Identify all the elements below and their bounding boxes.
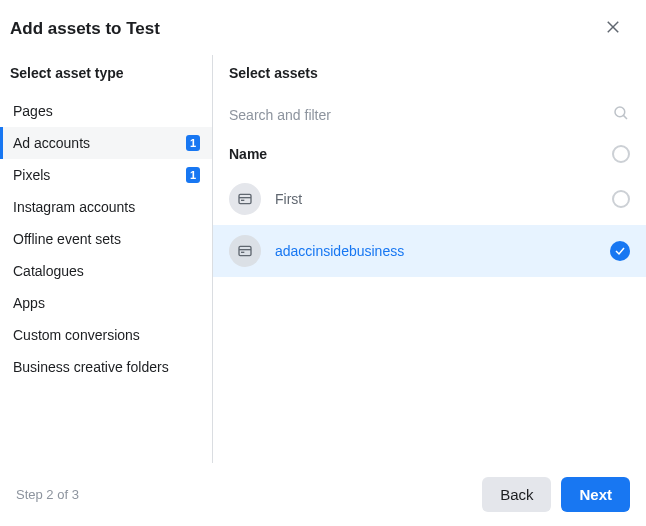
select-asset-type-title: Select asset type	[0, 55, 212, 95]
select-assets-title: Select assets	[213, 55, 646, 95]
select-all-radio[interactable]	[612, 145, 630, 163]
asset-type-item[interactable]: Apps	[0, 287, 212, 319]
asset-type-item[interactable]: Ad accounts1	[0, 127, 212, 159]
svg-rect-4	[239, 194, 251, 203]
search-icon	[612, 104, 630, 126]
asset-label: First	[275, 191, 612, 207]
asset-type-item[interactable]: Custom conversions	[0, 319, 212, 351]
step-indicator: Step 2 of 3	[16, 487, 79, 502]
asset-type-item[interactable]: Offline event sets	[0, 223, 212, 255]
next-button[interactable]: Next	[561, 477, 630, 512]
column-name-header: Name	[229, 146, 267, 162]
search-input[interactable]	[229, 101, 612, 129]
dialog-body: Select asset type PagesAd accounts1Pixel…	[0, 49, 646, 463]
svg-rect-9	[241, 252, 244, 253]
asset-type-item[interactable]: Business creative folders	[0, 351, 212, 383]
svg-point-2	[615, 107, 625, 117]
selected-check-icon	[610, 241, 630, 261]
assets-list: Firstadaccinsidebusiness	[213, 173, 646, 277]
asset-type-label: Custom conversions	[13, 327, 140, 343]
asset-row[interactable]: adaccinsidebusiness	[213, 225, 646, 277]
asset-type-item[interactable]: Instagram accounts	[0, 191, 212, 223]
dialog-header: Add assets to Test	[0, 0, 646, 49]
svg-line-3	[623, 115, 627, 119]
asset-type-item[interactable]: Pixels1	[0, 159, 212, 191]
asset-type-label: Pages	[13, 103, 53, 119]
asset-type-label: Instagram accounts	[13, 199, 135, 215]
add-assets-dialog: Add assets to Test Select asset type Pag…	[0, 0, 646, 526]
svg-rect-7	[239, 246, 251, 255]
asset-type-label: Catalogues	[13, 263, 84, 279]
asset-type-list: PagesAd accounts1Pixels1Instagram accoun…	[0, 95, 212, 383]
asset-label: adaccinsidebusiness	[275, 243, 610, 259]
ad-account-icon	[229, 183, 261, 215]
svg-rect-6	[241, 200, 244, 201]
asset-type-item[interactable]: Catalogues	[0, 255, 212, 287]
close-button[interactable]	[600, 14, 626, 43]
back-button[interactable]: Back	[482, 477, 551, 512]
right-panel: Select assets Name Firstadaccinsidebusin…	[213, 55, 646, 463]
asset-type-label: Business creative folders	[13, 359, 169, 375]
select-radio[interactable]	[612, 190, 630, 208]
asset-type-label: Offline event sets	[13, 231, 121, 247]
dialog-title: Add assets to Test	[10, 19, 160, 39]
asset-type-label: Pixels	[13, 167, 50, 183]
left-panel: Select asset type PagesAd accounts1Pixel…	[0, 55, 213, 463]
asset-type-item[interactable]: Pages	[0, 95, 212, 127]
footer-buttons: Back Next	[482, 477, 630, 512]
count-badge: 1	[186, 167, 200, 183]
assets-list-header[interactable]: Name	[213, 135, 646, 173]
asset-type-label: Ad accounts	[13, 135, 90, 151]
dialog-footer: Step 2 of 3 Back Next	[0, 463, 646, 526]
asset-type-label: Apps	[13, 295, 45, 311]
count-badge: 1	[186, 135, 200, 151]
search-row	[213, 95, 646, 135]
close-icon	[604, 18, 622, 39]
asset-row[interactable]: First	[213, 173, 646, 225]
ad-account-icon	[229, 235, 261, 267]
